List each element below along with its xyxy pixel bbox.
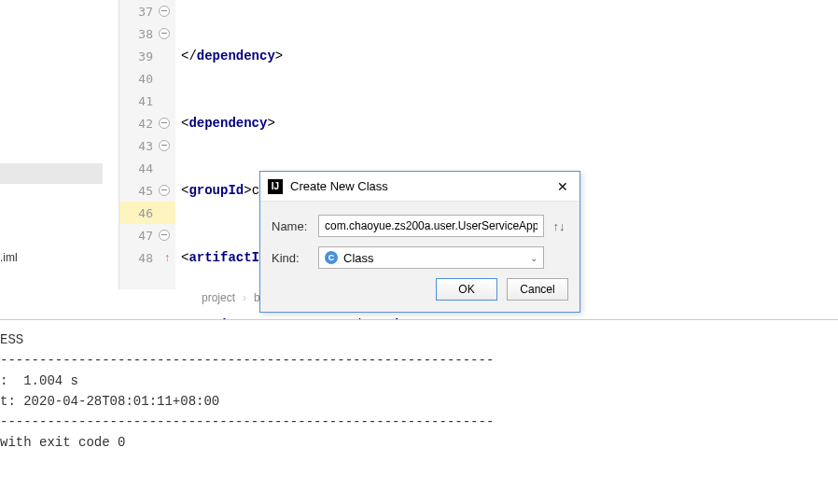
fold-mark-icon[interactable] <box>159 230 170 241</box>
create-class-dialog: IJ Create New Class ✕ Name: ↑↓ Kind: C C… <box>259 171 580 313</box>
line-number: 38 <box>125 27 153 41</box>
console-line: ESS <box>0 329 838 350</box>
line-number: 44 <box>125 161 153 175</box>
gutter: 37 38 39 40 41 42 43 44 45 46 47 48↑ <box>119 0 175 289</box>
app-icon: IJ <box>268 179 283 194</box>
panel-selection <box>0 163 103 184</box>
line-number: 42 <box>125 117 153 131</box>
dialog-titlebar[interactable]: IJ Create New Class ✕ <box>260 172 580 202</box>
console-line: ----------------------------------------… <box>0 412 838 432</box>
cancel-button[interactable]: Cancel <box>507 278 568 301</box>
fold-mark-icon[interactable] <box>159 185 170 196</box>
fold-mark-icon[interactable] <box>159 140 170 151</box>
line-number: 43 <box>125 139 153 153</box>
console-line: ----------------------------------------… <box>0 350 838 371</box>
ok-button[interactable]: OK <box>436 278 497 301</box>
fold-mark-icon[interactable] <box>159 28 170 39</box>
chevron-down-icon: ⌄ <box>530 253 538 263</box>
line-number: 45 <box>125 184 153 198</box>
fold-mark-icon[interactable] <box>159 118 170 129</box>
line-number: 48 <box>125 251 153 265</box>
line-number: 40 <box>125 72 153 86</box>
dialog-title: Create New Class <box>290 179 553 193</box>
up-arrow-icon: ↑ <box>164 251 170 264</box>
breadcrumb-item[interactable]: project <box>202 291 235 304</box>
kind-label: Kind: <box>272 251 318 265</box>
dialog-body: Name: ↑↓ Kind: C Class ⌄ ↑↓ OK Cancel <box>260 202 580 312</box>
console-line: : 1.004 s <box>0 371 838 391</box>
name-input[interactable] <box>318 215 544 237</box>
line-number: 47 <box>125 229 153 243</box>
kind-select[interactable]: C Class ⌄ <box>318 246 544 269</box>
line-number: 41 <box>125 94 153 108</box>
console-line: t: 2020-04-28T08:01:11+08:00 <box>0 391 838 412</box>
console-line: with exit code 0 <box>0 432 838 453</box>
fold-mark-icon[interactable] <box>159 6 170 17</box>
close-icon[interactable]: ✕ <box>553 177 572 196</box>
line-number: 37 <box>125 5 153 19</box>
class-icon: C <box>325 251 338 264</box>
chevron-right-icon: › <box>243 291 246 304</box>
console-output[interactable]: ESS ------------------------------------… <box>0 319 838 504</box>
name-label: Name: <box>272 219 318 233</box>
updown-icon[interactable]: ↑↓ <box>550 219 568 233</box>
line-number: 46 <box>125 206 153 220</box>
file-name-fragment: .iml <box>0 251 18 264</box>
project-panel: .iml <box>0 0 119 289</box>
line-number: 39 <box>125 49 153 63</box>
kind-value: Class <box>343 251 374 265</box>
